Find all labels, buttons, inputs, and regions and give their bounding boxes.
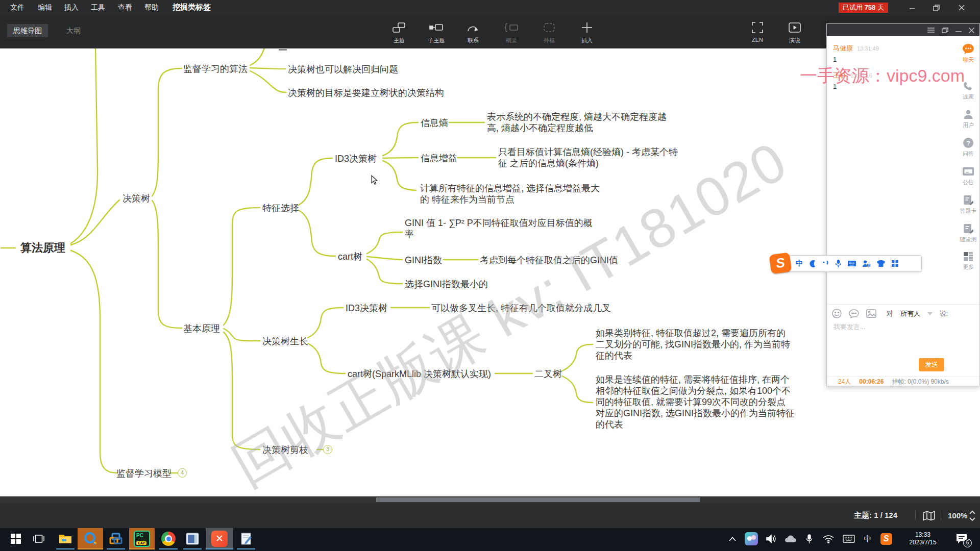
menu-view[interactable]: 查看 xyxy=(118,3,132,12)
node-supervised-model[interactable]: 监督学习模型 xyxy=(116,467,172,480)
tray-volume[interactable] xyxy=(763,528,780,549)
node-continuous-desc[interactable]: 如果是连续值的特征, 需要将特征值排序, 在两个 相邻的特征取值之间做为分裂点,… xyxy=(596,374,795,430)
chat-input[interactable]: 我要发言... xyxy=(834,322,866,332)
ime-punctuation-icon[interactable] xyxy=(822,260,829,267)
chat-menu-icon[interactable] xyxy=(927,28,935,33)
collapse-badge-pruning[interactable]: 3 xyxy=(323,445,332,454)
start-button[interactable] xyxy=(6,528,26,549)
taskbar-file-explorer[interactable] xyxy=(54,528,77,549)
tray-microphone[interactable] xyxy=(801,528,817,549)
taskbar-capture-window[interactable] xyxy=(181,528,204,549)
node-entropy-desc[interactable]: 表示系统的不确定程度, 熵越大不确定程度越高, 熵越小不确定程度越低 xyxy=(487,111,677,134)
taskbar-xmind-active[interactable]: ✕ xyxy=(206,528,233,549)
minimize-button[interactable] xyxy=(901,0,923,15)
rail-quiz[interactable]: 随堂测 xyxy=(956,223,980,243)
ime-toolbox-icon[interactable] xyxy=(891,260,899,267)
tool-topic[interactable]: 主题 xyxy=(383,20,415,44)
node-gain-desc[interactable]: 只看目标值计算信息熵(经验熵) - 考虑某个特征 之后的信息熵(条件熵) xyxy=(498,146,686,169)
taskbar-chrome[interactable] xyxy=(157,528,180,549)
node-supervised-algo[interactable]: 监督学习的算法 xyxy=(183,63,248,75)
tool-zen[interactable]: ZEN xyxy=(741,20,774,43)
trial-badge[interactable]: 已试用 758 天 xyxy=(839,3,888,13)
tray-ime-indicator[interactable]: 中 xyxy=(861,528,875,549)
ime-login-icon[interactable]: 35 xyxy=(862,260,871,268)
node-gini-min[interactable]: 选择GINI指数最小的 xyxy=(405,278,488,290)
horizontal-scrollbar[interactable] xyxy=(0,496,980,503)
node-id3-growth-desc[interactable]: 可以做多叉生长, 特征有几个取值就分成几叉 xyxy=(431,302,611,314)
node-tree-growth[interactable]: 决策树生长 xyxy=(262,335,308,347)
rail-more[interactable]: 更多 xyxy=(956,252,980,271)
rail-mic-link[interactable]: 连麦 xyxy=(956,80,980,101)
tab-mindmap[interactable]: 思维导图 xyxy=(7,24,48,37)
send-button[interactable]: 发送 xyxy=(919,358,944,371)
node-info-gain[interactable]: 信息增益 xyxy=(421,152,457,164)
menu-file[interactable]: 文件 xyxy=(10,3,24,12)
tool-insert[interactable]: 插入 xyxy=(571,20,603,44)
ime-voice-icon[interactable] xyxy=(835,259,842,268)
zoom-level[interactable]: 100% xyxy=(948,503,967,528)
collapse-badge-model[interactable]: 4 xyxy=(178,468,187,478)
audience-chevron-icon[interactable] xyxy=(927,312,933,315)
node-info-entropy[interactable]: 信息熵 xyxy=(421,117,448,129)
tray-onedrive[interactable] xyxy=(782,528,799,549)
tool-relationship[interactable]: 联系 xyxy=(457,20,489,44)
sogou-logo-icon[interactable]: S xyxy=(769,252,792,274)
node-binary-tree[interactable]: 二叉树 xyxy=(534,368,562,380)
taskbar-ketang-highlight[interactable] xyxy=(78,528,103,549)
node-basic-principle[interactable]: 基本原理 xyxy=(183,322,220,335)
bubble-icon[interactable] xyxy=(849,309,859,318)
tool-boundary[interactable]: 外框 xyxy=(533,20,566,44)
node-gain-calc[interactable]: 计算所有特征的信息增益, 选择信息增益最大的 特征来作为当前节点 xyxy=(420,183,608,205)
node-feature-selection[interactable]: 特征选择 xyxy=(262,202,299,214)
emoji-icon[interactable] xyxy=(832,309,842,318)
node-id3-lower[interactable]: ID3决策树 xyxy=(346,302,387,314)
chat-popout-icon[interactable] xyxy=(942,28,948,33)
menu-edit[interactable]: 编辑 xyxy=(38,3,52,12)
taskbar-whiteboard[interactable] xyxy=(235,528,257,549)
horizontal-scrollbar-thumb[interactable] xyxy=(376,497,700,502)
node-cart-lower[interactable]: cart树(SparkMLlib 决策树默认实现) xyxy=(348,368,491,380)
ime-keyboard-icon[interactable] xyxy=(847,260,856,267)
node-id3-upper[interactable]: ID3决策树 xyxy=(335,153,377,165)
ime-mode-chinese[interactable]: 中 xyxy=(796,259,803,268)
zoom-stepper[interactable] xyxy=(969,503,976,528)
node-regression-note[interactable]: 决策树也可以解决回归问题 xyxy=(288,63,398,76)
chat-header[interactable] xyxy=(827,24,979,36)
taskbar-vmware[interactable] xyxy=(105,528,127,549)
node-root[interactable]: 算法原理 xyxy=(20,240,65,256)
rail-answer-card[interactable]: 答题卡 xyxy=(956,194,980,215)
tool-subtopic[interactable]: 子主题 xyxy=(420,20,453,44)
ime-toolbar[interactable]: S 中 35 xyxy=(773,255,922,272)
taskbar-clock[interactable]: 13:33 2023/7/15 xyxy=(899,528,946,549)
image-icon[interactable] xyxy=(866,309,876,318)
node-decision-tree[interactable]: 决策树 xyxy=(122,192,150,205)
menu-insert[interactable]: 插入 xyxy=(64,3,79,12)
node-cart-upper[interactable]: cart树 xyxy=(338,251,362,263)
node-tree-pruning[interactable]: 决策树剪枝 xyxy=(262,444,308,456)
rail-chat[interactable]: 聊天 xyxy=(956,43,980,64)
chat-close-icon[interactable] xyxy=(969,28,974,33)
tray-meeting-app[interactable] xyxy=(743,528,760,549)
action-center-button[interactable]: 6 xyxy=(950,528,973,549)
audience-select[interactable]: 所有人 xyxy=(900,309,920,318)
close-button[interactable] xyxy=(950,0,973,15)
task-view-button[interactable] xyxy=(29,528,48,549)
node-categorical-desc[interactable]: 如果类别特征, 特征取值超过2, 需要遍历所有的 二叉划分的可能, 找GINI指… xyxy=(596,328,791,361)
rail-announcement[interactable]: 公告 xyxy=(956,166,980,186)
tray-touch-keyboard[interactable] xyxy=(840,528,858,549)
tray-expand-button[interactable] xyxy=(725,528,740,549)
node-gini-value[interactable]: GINI 值 1- ∑P² P不同特征取值对应目标值的概 率 xyxy=(405,217,598,240)
menu-tools[interactable]: 工具 xyxy=(91,3,105,12)
rail-qa[interactable]: ? 问答 xyxy=(956,137,980,158)
tray-sogou[interactable]: S xyxy=(878,528,894,549)
ime-fullhalf-icon[interactable] xyxy=(808,260,817,268)
tray-network[interactable] xyxy=(820,528,837,549)
menu-help[interactable]: 帮助 xyxy=(144,3,159,12)
rail-users[interactable]: 用户 xyxy=(956,109,980,129)
node-gini-index-desc[interactable]: 考虑到每个特征取值之后的GINI值 xyxy=(480,254,618,266)
tool-present[interactable]: 演说 xyxy=(778,20,811,44)
taskbar-pycharm-highlight[interactable]: PC EAP xyxy=(129,528,155,549)
maximize-button[interactable] xyxy=(925,0,947,15)
ime-skin-icon[interactable] xyxy=(876,260,886,267)
overview-map-button[interactable] xyxy=(923,503,935,528)
